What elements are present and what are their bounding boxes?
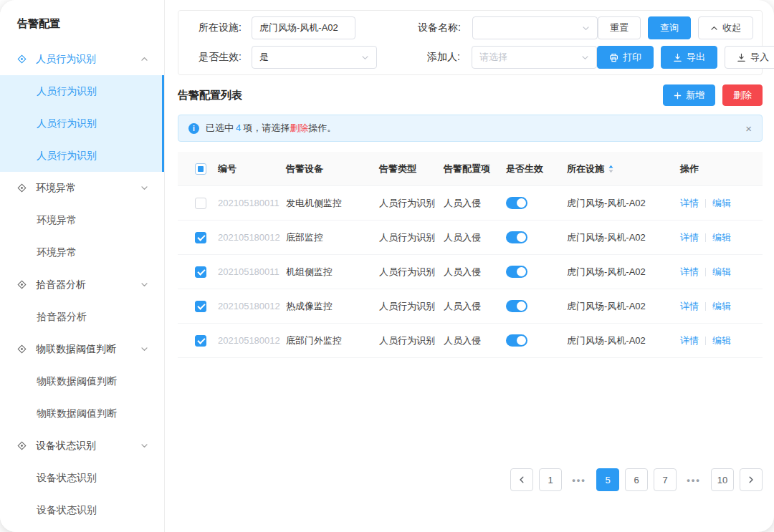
delete-button[interactable]: 删除 [722, 84, 763, 106]
sidebar-group-label: 人员行为识别 [36, 53, 96, 66]
page-button[interactable]: 10 [711, 468, 734, 491]
row-checkbox[interactable] [195, 301, 206, 312]
detail-link[interactable]: 详情 [680, 266, 699, 279]
main-content: 所在设施: 设备名称: 重置 查询 [165, 0, 774, 532]
link-divider [705, 199, 706, 208]
sidebar-item[interactable]: 环境异常 [0, 236, 164, 269]
row-checkbox[interactable] [195, 266, 206, 278]
list-actions: 新增 删除 [663, 84, 763, 106]
sort-icon[interactable] [608, 164, 614, 174]
page-button[interactable]: 5 [596, 468, 619, 491]
alarm-config-table: 编号 告警设备 告警类型 告警配置项 是否生效 所在设施 操作 20210518… [178, 152, 763, 358]
edit-link[interactable]: 编辑 [712, 266, 731, 279]
effective-select[interactable]: 是 [252, 46, 377, 69]
download-icon [673, 53, 682, 62]
row-type: 人员行为识别 [379, 334, 444, 347]
row-device: 底部监控 [286, 231, 379, 244]
link-divider [705, 337, 706, 345]
detail-link[interactable]: 详情 [680, 231, 699, 244]
enabled-toggle[interactable] [506, 300, 527, 312]
chevron-right-icon [747, 475, 755, 484]
sidebar-group-header[interactable]: 人员行为识别 [0, 43, 164, 75]
export-button[interactable]: 导出 [661, 46, 717, 69]
sidebar-item[interactable]: 人员行为识别 [0, 140, 164, 172]
page-button[interactable]: 7 [654, 468, 677, 491]
chevron-down-icon [581, 54, 589, 62]
enabled-toggle[interactable] [506, 231, 527, 243]
edit-link[interactable]: 编辑 [712, 334, 731, 347]
table-row: 202105180012 底部门外监控 人员行为识别 人员入侵 虎门风场-风机-… [178, 324, 763, 358]
collapse-button[interactable]: 收起 [698, 16, 753, 39]
sidebar-group-header[interactable]: 物联数据阈值判断 [0, 333, 164, 365]
edit-link[interactable]: 编辑 [712, 231, 731, 244]
row-type: 人员行为识别 [379, 197, 444, 210]
page-button[interactable]: 6 [625, 468, 648, 491]
filter-buttons-row-2: 打印 导出 导入 [597, 46, 774, 69]
column-header-config: 告警配置项 [444, 163, 506, 175]
sidebar-item[interactable]: 设备状态识别 [0, 462, 164, 494]
filter-row-2: 是否生效: 是 添加人: 请选择 [187, 46, 753, 69]
sidebar-item[interactable]: 拾音器分析 [0, 301, 164, 333]
sidebar-group-label: 环境异常 [36, 182, 76, 195]
list-title: 告警配置列表 [178, 89, 242, 102]
edit-link[interactable]: 编辑 [712, 197, 731, 210]
select-all-checkbox[interactable] [195, 163, 206, 175]
sidebar-item[interactable]: 环境异常 [0, 204, 164, 236]
prev-page-button[interactable] [510, 468, 533, 491]
column-header-type: 告警类型 [379, 163, 444, 175]
chevron-down-icon [140, 442, 148, 450]
page-button[interactable]: ••• [682, 468, 705, 491]
import-button[interactable]: 导入 [725, 46, 774, 69]
filter-panel: 所在设施: 设备名称: 重置 查询 [178, 10, 763, 75]
sidebar-group: 人员行为识别 人员行为识别 人员行为识别 [0, 43, 164, 172]
sidebar-item-label: 拾音器分析 [37, 311, 87, 324]
diamond-target-icon [17, 54, 27, 64]
enabled-toggle[interactable] [506, 266, 527, 278]
chevron-down-icon [140, 345, 148, 353]
sidebar-group-header[interactable]: 拾音器分析 [0, 269, 164, 301]
reset-button[interactable]: 重置 [598, 16, 641, 39]
row-checkbox[interactable] [195, 198, 206, 209]
next-page-button[interactable] [740, 468, 763, 491]
row-device: 底部门外监控 [286, 334, 379, 347]
enabled-toggle[interactable] [506, 334, 527, 347]
edit-link[interactable]: 编辑 [712, 300, 731, 313]
sidebar-item[interactable]: 设备状态识别 [0, 526, 164, 532]
creator-select[interactable]: 请选择 [472, 46, 597, 69]
detail-link[interactable]: 详情 [680, 334, 699, 347]
sidebar-item[interactable]: 物联数据阈值判断 [0, 397, 164, 430]
sidebar-item[interactable]: 物联数据阈值判断 [0, 365, 164, 397]
sidebar-item-label: 环境异常 [37, 214, 77, 227]
page-button[interactable]: ••• [568, 468, 591, 491]
filter-facility: 所在设施: [187, 16, 378, 39]
detail-link[interactable]: 详情 [680, 197, 699, 210]
row-checkbox[interactable] [195, 335, 206, 347]
row-facility: 虎门风场-风机-A02 [567, 231, 680, 244]
device-label: 设备名称: [411, 21, 461, 34]
sidebar-group-header[interactable]: 设备状态识别 [0, 430, 164, 462]
page-button[interactable]: 1 [539, 468, 562, 491]
row-checkbox[interactable] [195, 232, 206, 243]
sidebar-group-header[interactable]: 环境异常 [0, 172, 164, 204]
sidebar-item[interactable]: 人员行为识别 [0, 75, 164, 107]
filter-device: 设备名称: [411, 16, 598, 39]
row-id: 202105180012 [218, 301, 286, 311]
filter-buttons-row-1: 重置 查询 收起 [598, 16, 753, 39]
row-config: 人员入侵 [444, 300, 506, 313]
close-icon[interactable]: × [745, 123, 752, 134]
sidebar-item[interactable]: 人员行为识别 [0, 107, 164, 140]
sidebar-group: 物联数据阈值判断 物联数据阈值判断 物联数据阈值判断 [0, 333, 164, 430]
creator-select-placeholder: 请选择 [479, 51, 507, 64]
facility-input[interactable] [252, 16, 355, 39]
add-button[interactable]: 新增 [663, 84, 715, 106]
search-button[interactable]: 查询 [648, 16, 691, 39]
diamond-target-icon [17, 441, 27, 450]
chevron-down-icon [140, 55, 148, 63]
print-button[interactable]: 打印 [597, 46, 654, 69]
device-select[interactable] [472, 16, 598, 39]
banner-delete-word: 删除 [290, 122, 308, 133]
sidebar-item[interactable]: 设备状态识别 [0, 494, 164, 526]
creator-label: 添加人: [410, 51, 460, 64]
enabled-toggle[interactable] [506, 197, 527, 209]
detail-link[interactable]: 详情 [680, 300, 699, 313]
